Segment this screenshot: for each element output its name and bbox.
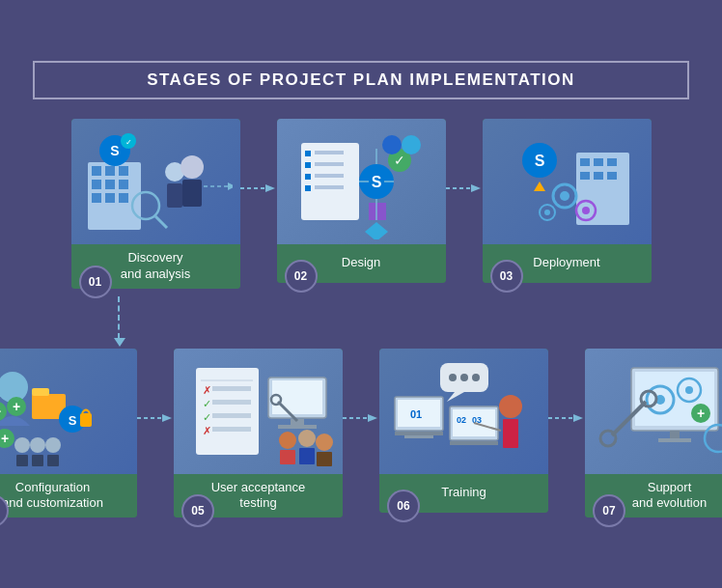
svg-point-97: [279, 432, 296, 449]
svg-rect-52: [594, 158, 603, 166]
svg-rect-98: [280, 450, 295, 464]
stage-05-wrapper: ✗ ✓ ✓ ✗: [174, 349, 343, 518]
stage-04-card: + + S: [0, 349, 137, 518]
svg-rect-55: [594, 172, 603, 180]
svg-point-132: [685, 386, 693, 394]
vert-line: [118, 296, 120, 339]
svg-rect-115: [395, 432, 443, 435]
svg-rect-15: [167, 183, 182, 208]
svg-text:+: +: [0, 431, 8, 446]
svg-rect-136: [658, 438, 691, 442]
svg-text:+: +: [0, 404, 1, 419]
svg-point-58: [560, 191, 569, 201]
svg-text:01: 01: [410, 408, 422, 420]
svg-point-122: [499, 395, 522, 418]
stage-06-number: 06: [387, 490, 420, 522]
svg-rect-56: [607, 172, 617, 180]
svg-rect-29: [305, 174, 311, 180]
page-title: STAGES OF PROJECT PLAN IMPLEMENTATION: [147, 70, 575, 89]
stage-06-card: 01 02 03: [379, 349, 548, 513]
svg-rect-86: [212, 386, 251, 391]
stage-04-wrapper: + + S: [0, 349, 137, 518]
stage-01-number: 01: [79, 266, 112, 298]
svg-rect-76: [32, 455, 43, 466]
svg-rect-6: [119, 180, 128, 189]
svg-point-60: [582, 207, 590, 214]
svg-rect-9: [119, 193, 128, 203]
svg-rect-32: [315, 185, 344, 189]
svg-rect-88: [212, 400, 251, 405]
stage-02-card: S ✓: [277, 119, 446, 283]
svg-rect-74: [16, 455, 28, 466]
svg-text:✓: ✓: [125, 138, 132, 147]
stage-02-image: S ✓: [277, 119, 446, 244]
svg-rect-69: [32, 388, 49, 396]
stage-03-card: S: [483, 119, 652, 283]
svg-rect-30: [315, 174, 344, 178]
svg-rect-78: [47, 455, 59, 466]
svg-text:✗: ✗: [203, 425, 211, 436]
vert-connector: [33, 296, 689, 339]
stage-02-wrapper: S ✓: [277, 119, 446, 283]
svg-point-101: [316, 434, 333, 451]
svg-rect-7: [92, 193, 101, 203]
stage-01-card: S ✓: [71, 119, 240, 289]
stage-06-image: 01 02 03: [379, 349, 548, 474]
svg-marker-23: [265, 184, 275, 192]
svg-rect-25: [305, 151, 311, 156]
arrow-05-06: [343, 411, 379, 425]
stage-07-image: +: [585, 349, 722, 474]
svg-rect-4: [92, 180, 101, 189]
stage-05-number: 05: [181, 494, 214, 527]
svg-rect-27: [305, 162, 311, 168]
stage-01-wrapper: S ✓: [71, 119, 240, 289]
stage-03-image: S: [483, 119, 652, 244]
stage-05-image: ✗ ✓ ✓ ✗: [174, 349, 343, 474]
svg-marker-49: [534, 182, 545, 191]
svg-point-39: [402, 135, 421, 154]
svg-point-77: [45, 437, 61, 453]
svg-rect-116: [404, 435, 433, 438]
svg-rect-26: [315, 151, 344, 154]
svg-point-38: [382, 135, 402, 154]
stage-06-wrapper: 01 02 03: [379, 349, 548, 513]
stage-04-label: Configurationand customization: [0, 474, 137, 518]
svg-point-73: [14, 437, 30, 453]
row-1: S ✓: [33, 119, 689, 289]
svg-text:+: +: [12, 399, 19, 414]
svg-text:S: S: [110, 143, 119, 158]
svg-point-75: [30, 437, 45, 453]
svg-rect-135: [670, 431, 680, 438]
svg-text:S: S: [372, 174, 382, 190]
arrow-06-07: [548, 411, 585, 425]
svg-rect-92: [212, 427, 251, 432]
svg-rect-35: [369, 203, 386, 220]
svg-text:S: S: [535, 153, 545, 169]
svg-rect-121: [450, 441, 498, 445]
svg-rect-72: [80, 413, 92, 427]
svg-point-110: [472, 374, 480, 381]
svg-rect-28: [315, 162, 344, 166]
svg-rect-5: [105, 180, 115, 189]
arrow-04-05: [137, 411, 174, 425]
arrow-02-03: [446, 182, 483, 195]
arrow-01-02: [240, 182, 277, 195]
svg-rect-96: [278, 425, 317, 429]
svg-rect-3: [119, 166, 128, 176]
svg-marker-82: [162, 414, 172, 422]
svg-marker-126: [573, 414, 583, 422]
vert-arrow-tip: [114, 338, 125, 347]
svg-text:S: S: [68, 413, 76, 428]
svg-marker-40: [365, 222, 388, 239]
svg-rect-31: [305, 185, 311, 191]
svg-text:✗: ✗: [203, 384, 211, 396]
svg-rect-17: [182, 180, 202, 207]
svg-marker-106: [368, 414, 377, 422]
svg-text:✓: ✓: [203, 398, 211, 409]
svg-text:✓: ✓: [394, 153, 405, 168]
svg-point-62: [544, 210, 550, 215]
svg-point-109: [460, 374, 468, 381]
svg-rect-2: [105, 166, 115, 176]
stage-04-image: + + S: [0, 349, 137, 474]
svg-marker-21: [228, 182, 233, 190]
